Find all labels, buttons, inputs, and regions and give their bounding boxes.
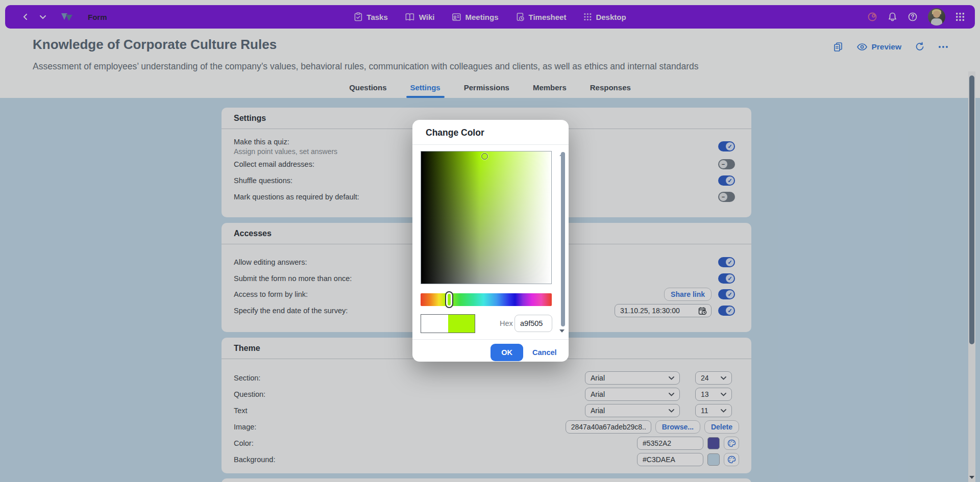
- saturation-gradient: [421, 151, 551, 284]
- change-color-dialog: Change Color Hex OK Cancel: [412, 120, 569, 362]
- new-color-preview: [448, 315, 475, 333]
- dialog-scrollbar-thumb[interactable]: [561, 152, 565, 326]
- hex-label: Hex: [500, 319, 513, 327]
- hue-slider-handle[interactable]: [445, 291, 453, 308]
- dialog-footer: OK Cancel: [412, 339, 569, 362]
- color-preview: [421, 314, 475, 333]
- dialog-title: Change Color: [412, 120, 569, 145]
- saturation-value-picker[interactable]: [421, 151, 552, 284]
- cancel-button[interactable]: Cancel: [532, 344, 557, 361]
- hue-slider[interactable]: [421, 293, 552, 306]
- old-color-preview: [421, 315, 448, 333]
- color-picker-cursor[interactable]: [481, 153, 488, 160]
- hex-value-input[interactable]: [514, 315, 552, 332]
- ok-button[interactable]: OK: [491, 344, 523, 361]
